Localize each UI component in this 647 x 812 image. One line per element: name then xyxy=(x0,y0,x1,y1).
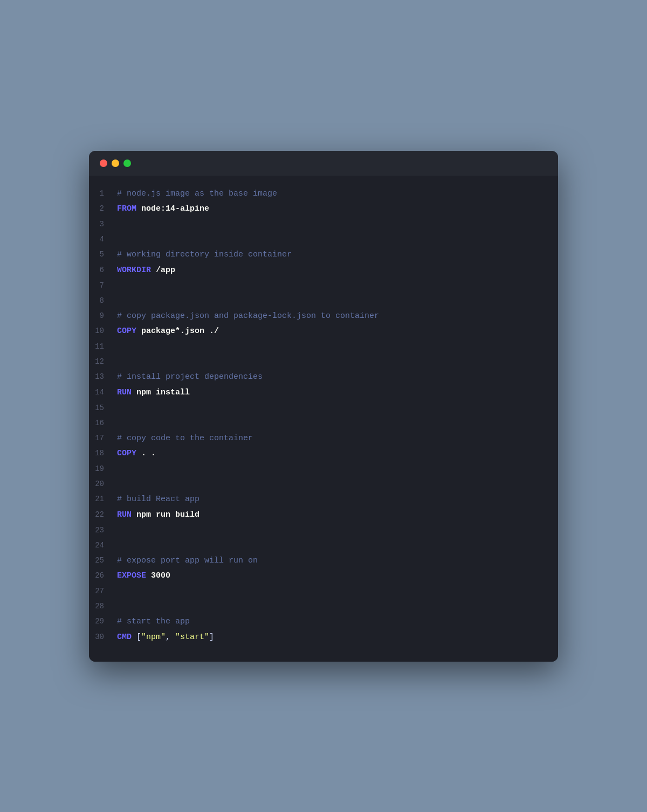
code-line-23: 23 xyxy=(89,523,558,538)
code-line-11: 11 xyxy=(89,339,558,355)
code-line-12: 12 xyxy=(89,355,558,370)
code-line-16: 16 xyxy=(89,416,558,431)
line-content: # expose port app will run on xyxy=(117,554,258,568)
line-content: # working directory inside container xyxy=(117,248,292,262)
line-content: WORKDIR /app xyxy=(117,264,175,277)
code-line-19: 19 xyxy=(89,462,558,477)
line-number: 13 xyxy=(89,371,117,383)
code-line-15: 15 xyxy=(89,401,558,416)
line-number: 27 xyxy=(89,585,117,598)
line-number: 10 xyxy=(89,325,117,337)
line-content: COPY . . xyxy=(117,447,156,461)
line-number: 26 xyxy=(89,570,117,582)
code-line-10: 10 COPY package*.json ./ xyxy=(89,324,558,339)
line-content: RUN npm run build xyxy=(117,509,199,522)
line-number: 12 xyxy=(89,356,117,368)
line-number: 22 xyxy=(89,509,117,521)
code-line-29: 29 # start the app xyxy=(89,614,558,630)
line-content: CMD ["npm", "start"] xyxy=(117,631,214,644)
line-number: 21 xyxy=(89,493,117,505)
line-number: 25 xyxy=(89,554,117,567)
line-content: # start the app xyxy=(117,615,190,629)
line-content: EXPOSE 3000 xyxy=(117,570,170,583)
line-number: 2 xyxy=(89,203,117,215)
line-content: # copy package.json and package-lock.jso… xyxy=(117,310,379,323)
line-number: 11 xyxy=(89,341,117,353)
code-line-17: 17 # copy code to the container xyxy=(89,431,558,447)
line-content: FROM node:14-alpine xyxy=(117,203,209,216)
line-content: # copy code to the container xyxy=(117,432,253,446)
minimize-button[interactable] xyxy=(112,159,119,167)
close-button[interactable] xyxy=(100,159,107,167)
line-number: 4 xyxy=(89,233,117,246)
title-bar xyxy=(89,151,558,176)
code-line-28: 28 xyxy=(89,599,558,614)
code-line-14: 14 RUN npm install xyxy=(89,385,558,401)
line-number: 16 xyxy=(89,417,117,429)
line-number: 29 xyxy=(89,615,117,628)
code-line-8: 8 xyxy=(89,294,558,309)
line-content: # node.js image as the base image xyxy=(117,188,277,201)
line-number: 9 xyxy=(89,310,117,322)
code-line-3: 3 xyxy=(89,217,558,232)
code-line-4: 4 xyxy=(89,232,558,247)
code-line-22: 22 RUN npm run build xyxy=(89,508,558,523)
code-line-9: 9 # copy package.json and package-lock.j… xyxy=(89,309,558,324)
code-line-26: 26 EXPOSE 3000 xyxy=(89,568,558,584)
maximize-button[interactable] xyxy=(123,159,131,167)
code-line-27: 27 xyxy=(89,584,558,599)
line-content: # build React app xyxy=(117,493,199,506)
code-line-2: 2 FROM node:14-alpine xyxy=(89,202,558,217)
code-editor: 1 # node.js image as the base image 2 FR… xyxy=(89,176,558,662)
line-number: 1 xyxy=(89,188,117,200)
line-number: 30 xyxy=(89,631,117,643)
line-number: 18 xyxy=(89,447,117,460)
code-line-21: 21 # build React app xyxy=(89,492,558,508)
code-line-1: 1 # node.js image as the base image xyxy=(89,186,558,202)
code-line-7: 7 xyxy=(89,279,558,294)
code-line-24: 24 xyxy=(89,538,558,553)
line-number: 7 xyxy=(89,280,117,292)
code-line-13: 13 # install project dependencies xyxy=(89,370,558,385)
code-line-20: 20 xyxy=(89,477,558,492)
line-number: 14 xyxy=(89,386,117,399)
line-number: 3 xyxy=(89,218,117,231)
line-number: 28 xyxy=(89,600,117,613)
line-number: 6 xyxy=(89,264,117,276)
line-number: 19 xyxy=(89,463,117,475)
line-number: 23 xyxy=(89,524,117,537)
line-number: 8 xyxy=(89,295,117,307)
line-number: 5 xyxy=(89,248,117,261)
line-content: RUN npm install xyxy=(117,386,190,400)
line-content: COPY package*.json ./ xyxy=(117,325,219,338)
line-number: 15 xyxy=(89,402,117,414)
code-line-25: 25 # expose port app will run on xyxy=(89,553,558,569)
line-number: 17 xyxy=(89,432,117,445)
code-line-18: 18 COPY . . xyxy=(89,446,558,462)
code-line-5: 5 # working directory inside container xyxy=(89,247,558,263)
line-number: 24 xyxy=(89,539,117,552)
line-number: 20 xyxy=(89,478,117,490)
code-line-30: 30 CMD ["npm", "start"] xyxy=(89,630,558,646)
line-content: # install project dependencies xyxy=(117,371,263,384)
code-window: 1 # node.js image as the base image 2 FR… xyxy=(89,151,558,662)
code-line-6: 6 WORKDIR /app xyxy=(89,263,558,279)
